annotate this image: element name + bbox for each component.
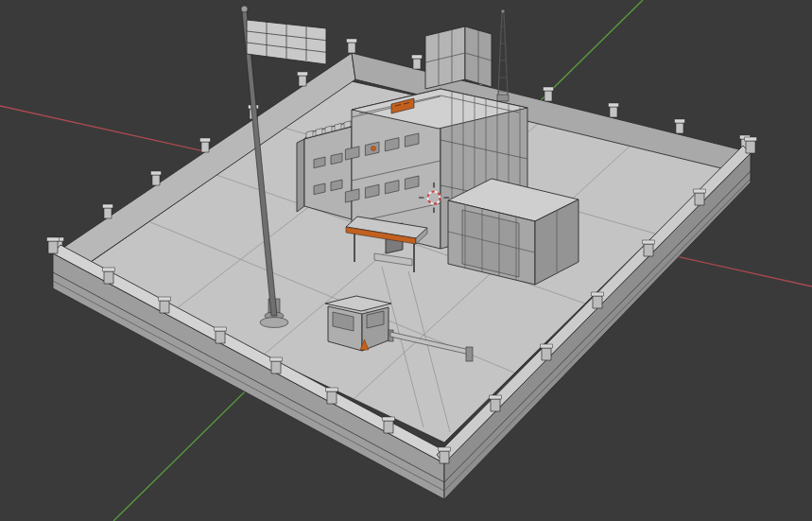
wing-front-face (304, 127, 352, 219)
flagpole-finial (241, 6, 248, 12)
wing-side-face (297, 139, 304, 212)
antenna-base (497, 95, 509, 101)
guard-booth[interactable] (325, 296, 391, 351)
annex-garage[interactable] (448, 179, 579, 285)
flagpole-base-plate (260, 318, 288, 328)
viewport-stage (0, 0, 812, 521)
rooftop-penthouse[interactable] (425, 26, 492, 89)
3d-viewport[interactable] (0, 0, 812, 521)
barrier-end-post (466, 347, 473, 361)
antenna-tip (501, 9, 505, 13)
wall-lamp (371, 147, 376, 151)
